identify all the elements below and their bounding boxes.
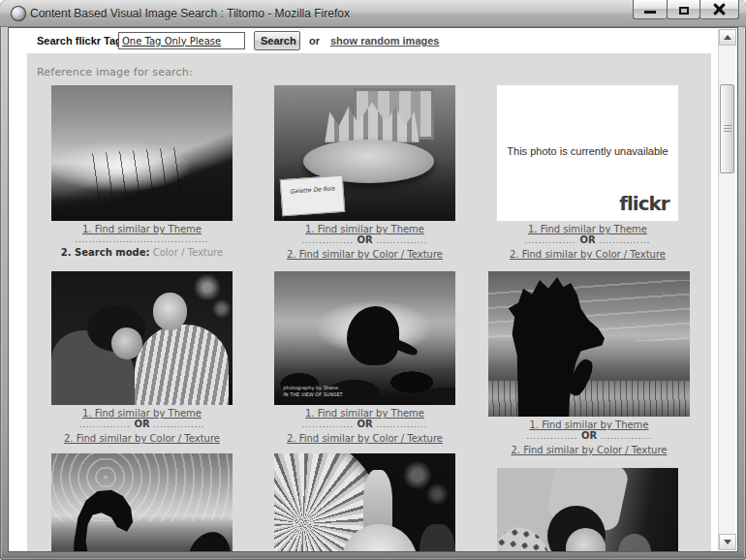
maximize-button[interactable]	[667, 0, 700, 19]
title-bar[interactable]: Content Based Visual Image Search : Tilt…	[0, 0, 746, 27]
down-arrow-icon	[724, 540, 731, 544]
dots-right: ...............	[601, 432, 652, 441]
window-title: Content Based Visual Image Search : Tilt…	[30, 7, 350, 20]
dots-left: ...............	[79, 420, 131, 429]
close-button[interactable]	[700, 0, 739, 19]
or-separator: ............... OR ...............	[497, 235, 678, 246]
show-random-images-link[interactable]: show random images	[330, 35, 439, 47]
firefox-window: Content Based Visual Image Search : Tilt…	[0, 0, 746, 560]
minimize-button[interactable]	[633, 0, 667, 19]
search-bar: Search flickr Tags Search or show random…	[9, 28, 737, 53]
or-separator: ............... OR ...............	[274, 420, 455, 430]
or-separator: ............... OR ...............	[488, 431, 690, 442]
tag-search-input[interactable]	[118, 32, 245, 49]
dots-left: ...............	[525, 236, 576, 245]
or-separator: ............... OR ...............	[51, 420, 233, 430]
search-button[interactable]: Search	[254, 31, 300, 50]
scroll-up-button[interactable]	[719, 29, 736, 46]
search-mode-label: 2. Search mode:	[61, 247, 150, 258]
striped-shirt-art	[135, 325, 229, 405]
dots-left: ...............	[302, 420, 354, 429]
person-silhouette-art	[347, 306, 399, 365]
caption-line-2: IN THE VIEW OF SUNSET	[283, 391, 342, 398]
find-similar-color-link[interactable]: 2. Find similar by Color / Texture	[488, 445, 690, 456]
plant-silhouette-art	[90, 147, 187, 200]
find-similar-theme-link[interactable]: 1. Find similar by Theme	[497, 224, 678, 235]
find-similar-theme-link[interactable]: 1. Find similar by Theme	[274, 224, 455, 235]
caption-line-1: photography by Shane	[283, 385, 342, 391]
photo-sunset-plants	[51, 85, 233, 221]
find-similar-theme-link[interactable]: 1. Find similar by Theme	[488, 420, 690, 431]
reference-image-label: Reference image for search:	[37, 66, 193, 78]
find-similar-color-link[interactable]: 2. Find similar by Color / Texture	[51, 433, 233, 445]
reference-cell-1: 1. Find similar by Theme ...............…	[51, 85, 233, 259]
face-art	[618, 534, 651, 552]
or-separator: ............... OR ...............	[274, 235, 455, 246]
or-label: OR	[579, 235, 595, 245]
find-similar-color-link[interactable]: 2. Find similar by Color / Texture	[274, 249, 455, 261]
scrollbar-thumb[interactable]	[720, 84, 734, 173]
photo-beach-crouching: photography by ShaneIN THE VIEW OF SUNSE…	[274, 271, 455, 405]
minimize-icon	[644, 11, 656, 14]
dots-right: ...............	[376, 236, 427, 245]
photo-rotated-couple	[497, 468, 678, 552]
find-similar-color-link[interactable]: 2. Find similar by Color / Texture	[497, 249, 678, 261]
reference-cell-9	[497, 468, 678, 552]
photo-unavailable: This photo is currently unavailable flic…	[497, 85, 678, 221]
bystander-art	[420, 524, 455, 552]
search-mode-line: 2. Search mode: Color / Texture	[51, 246, 233, 259]
cake-sign-label: Galette De Rois	[280, 175, 346, 216]
crouching-person-art	[187, 532, 231, 552]
find-similar-theme-link[interactable]: 1. Find similar by Theme	[51, 224, 233, 235]
photo-cake-galette: Galette De Rois	[274, 85, 455, 221]
reference-cell-7	[51, 453, 233, 552]
reference-cell-6: 1. Find similar by Theme ...............…	[488, 271, 690, 456]
dotted-separator: .......................................	[51, 235, 233, 245]
find-similar-theme-link[interactable]: 1. Find similar by Theme	[51, 408, 233, 420]
find-similar-theme-link[interactable]: 1. Find similar by Theme	[274, 408, 455, 420]
search-tags-label: Search flickr Tags	[37, 35, 128, 47]
thumb-grip-icon	[724, 125, 731, 133]
dots-right: ...............	[153, 420, 204, 429]
flickr-logo: flickr	[619, 192, 668, 215]
dots-right: ...............	[599, 236, 650, 245]
reference-cell-3: This photo is currently unavailable flic…	[497, 85, 678, 261]
or-text: or	[309, 35, 320, 47]
or-label: OR	[357, 420, 372, 429]
maximize-icon	[679, 7, 689, 15]
dots-left: ...............	[302, 236, 354, 245]
or-label: OR	[357, 235, 372, 245]
photo-dog-silhouette	[488, 271, 690, 417]
search-mode-value: Color / Texture	[153, 247, 223, 258]
photo-unavailable-text: This photo is currently unavailable	[497, 145, 678, 157]
scroll-down-button[interactable]	[719, 534, 736, 550]
dots-left: ...............	[526, 432, 577, 441]
reference-cell-4: 1. Find similar by Theme ...............…	[51, 271, 233, 445]
photo-couple	[51, 271, 233, 405]
window-controls	[633, 0, 739, 19]
reference-cell-8	[274, 453, 455, 552]
photo-beach-bending	[51, 453, 233, 552]
reference-cell-2: Galette De Rois 1. Find similar by Theme…	[274, 85, 455, 261]
find-similar-color-link[interactable]: 2. Find similar by Color / Texture	[274, 433, 455, 445]
clouds-art	[51, 453, 233, 521]
reference-cell-5: photography by ShaneIN THE VIEW OF SUNSE…	[274, 271, 455, 445]
firefox-app-icon	[11, 6, 26, 21]
photo-caption: photography by ShaneIN THE VIEW OF SUNSE…	[283, 385, 342, 398]
or-label: OR	[581, 431, 597, 441]
photo-carnival-fan	[274, 453, 455, 552]
or-label: OR	[134, 420, 149, 429]
browser-viewport: Search flickr Tags Search or show random…	[8, 27, 738, 552]
vertical-scrollbar[interactable]	[718, 29, 735, 550]
face-art	[153, 293, 188, 330]
up-arrow-icon	[724, 35, 731, 40]
dots-right: ...............	[376, 420, 427, 429]
